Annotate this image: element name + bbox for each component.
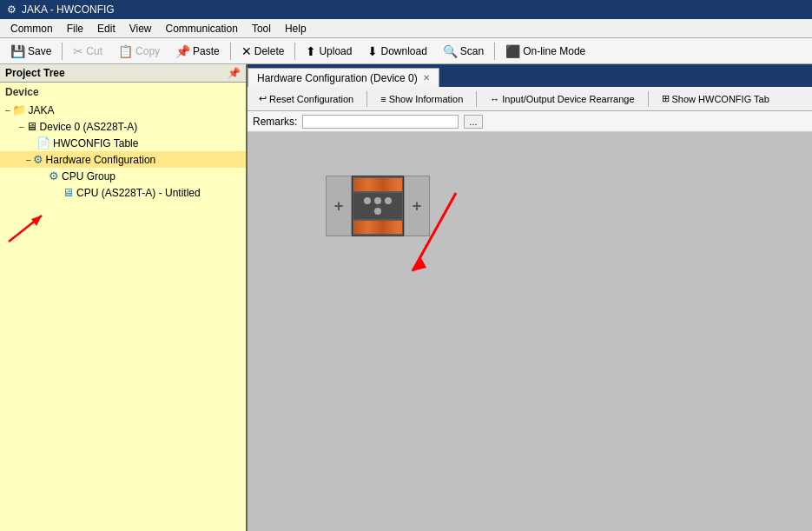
save-icon: 💾 (10, 44, 25, 58)
hw-config-tab[interactable]: Hardware Configuration (Device 0) ✕ (248, 68, 439, 87)
main-area: Project Tree 📌 Device – 📁 JAKA – 🖥 Devic… (0, 64, 812, 531)
tree-content: – 📁 JAKA – 🖥 Device 0 (AS228T-A) 📄 HWCON… (0, 102, 246, 531)
menu-file[interactable]: File (60, 21, 90, 37)
show-hwconfig-button[interactable]: ⊞ Show HWCONFIG Tab (656, 90, 776, 107)
right-slot-plus-icon: + (413, 197, 422, 216)
jaka-label: JAKA (29, 104, 55, 116)
show-info-label: Show Information (389, 94, 464, 104)
cpu-indicator-3 (385, 197, 392, 204)
expand-device0-icon: – (19, 122, 24, 131)
delete-button[interactable]: ✕ Delete (234, 41, 292, 62)
cpu-body (353, 193, 402, 219)
svg-marker-1 (31, 216, 42, 226)
toolbar-separator-3 (294, 43, 295, 60)
cut-button[interactable]: ✂ Cut (66, 41, 109, 62)
show-info-icon: ≡ (380, 94, 386, 104)
tab-label: Hardware Configuration (Device 0) (257, 72, 418, 84)
title-bar: ⚙ JAKA - HWCONFIG (0, 0, 812, 19)
cut-icon: ✂ (73, 44, 83, 58)
tree-node-hw-config[interactable]: – ⚙ Hardware Configuration (0, 151, 246, 168)
hw-config-label: Hardware Configuration (46, 154, 156, 166)
menu-edit[interactable]: Edit (90, 21, 122, 37)
expand-hw-config-icon: – (26, 155, 31, 164)
tree-title: Project Tree (5, 67, 65, 79)
left-empty-slot[interactable]: + (326, 176, 352, 236)
remarks-label: Remarks: (253, 116, 297, 128)
io-rearrange-button[interactable]: ↔ Input/Output Device Rearrange (484, 91, 640, 107)
hw-config-icon: ⚙ (33, 153, 43, 166)
content-separator-3 (648, 91, 649, 107)
main-toolbar: 💾 Save ✂ Cut 📋 Copy 📌 Paste ✕ Delete ⬆ U… (0, 38, 812, 64)
scan-icon: 🔍 (443, 44, 458, 58)
svg-marker-3 (413, 258, 426, 271)
menu-tool[interactable]: Tool (245, 21, 278, 37)
pin-icon[interactable]: 📌 (228, 67, 241, 79)
right-empty-slot[interactable]: + (404, 176, 430, 236)
online-mode-button[interactable]: ⬛ On-line Mode (498, 41, 592, 62)
content-toolbar: ↩ Reset Configuration ≡ Show Information… (248, 87, 812, 111)
annotation-arrow-1 (0, 207, 52, 250)
hwconfig-table-icon: 📄 (36, 136, 50, 149)
tree-node-cpu[interactable]: 🖥 CPU (AS228T-A) - Untitled (0, 184, 246, 201)
menu-common[interactable]: Common (3, 21, 60, 37)
tree-node-device0[interactable]: – 🖥 Device 0 (AS228T-A) (0, 118, 246, 135)
menu-view[interactable]: View (122, 21, 159, 37)
download-icon: ⬇ (367, 44, 378, 58)
cpu-group-label: CPU Group (62, 170, 116, 183)
paste-button[interactable]: 📌 Paste (168, 41, 227, 62)
tree-node-jaka[interactable]: – 📁 JAKA (0, 102, 246, 118)
io-rearrange-label: Input/Output Device Rearrange (502, 94, 634, 104)
cpu-indicator-2 (374, 197, 381, 204)
cpu-connector-strip (353, 178, 402, 191)
device0-label: Device 0 (AS228T-A) (40, 121, 138, 133)
jaka-folder-icon: 📁 (12, 103, 26, 116)
content-separator-2 (476, 91, 477, 107)
toolbar-separator-1 (62, 43, 63, 60)
cpu-indicator-4 (374, 208, 381, 215)
copy-button[interactable]: 📋 Copy (111, 41, 167, 62)
project-tree: Project Tree 📌 Device – 📁 JAKA – 🖥 Devic… (0, 64, 248, 531)
tree-node-cpu-group[interactable]: ⚙ CPU Group (0, 168, 246, 184)
app-icon: ⚙ (7, 3, 17, 16)
menu-bar: Common File Edit View Communication Tool… (0, 19, 812, 38)
reset-config-label: Reset Configuration (269, 94, 353, 104)
tree-header: Project Tree 📌 (0, 64, 246, 83)
expand-jaka-icon: – (5, 105, 10, 115)
canvas-area: + + (248, 132, 812, 531)
scan-button[interactable]: 🔍 Scan (436, 41, 491, 62)
menu-help[interactable]: Help (278, 21, 314, 37)
tab-bar: Hardware Configuration (Device 0) ✕ (248, 64, 812, 87)
online-mode-icon: ⬛ (505, 44, 520, 58)
content-separator-1 (366, 91, 367, 107)
content-area: Hardware Configuration (Device 0) ✕ ↩ Re… (248, 64, 812, 531)
delete-icon: ✕ (241, 44, 252, 58)
menu-communication[interactable]: Communication (159, 21, 245, 37)
cpu-group-icon: ⚙ (49, 169, 59, 183)
save-button[interactable]: 💾 Save (3, 41, 58, 62)
tree-device-label: Device (0, 83, 246, 102)
reset-config-button[interactable]: ↩ Reset Configuration (253, 90, 360, 107)
upload-button[interactable]: ⬆ Upload (299, 41, 359, 62)
upload-icon: ⬆ (306, 44, 316, 58)
cpu-module[interactable] (352, 176, 404, 236)
tree-node-hwconfig-table[interactable]: 📄 HWCONFIG Table (0, 135, 246, 151)
copy-icon: 📋 (118, 44, 133, 58)
reset-config-icon: ↩ (259, 93, 267, 104)
cpu-icon: 🖥 (63, 186, 74, 199)
tab-close-button[interactable]: ✕ (423, 73, 430, 83)
device0-icon: 🖥 (26, 120, 37, 133)
toolbar-separator-4 (494, 43, 495, 60)
show-hwconfig-icon: ⊞ (662, 93, 670, 104)
download-button[interactable]: ⬇ Download (360, 41, 433, 62)
show-hwconfig-label: Show HWCONFIG Tab (672, 94, 769, 104)
cpu-indicator-1 (364, 197, 371, 204)
toolbar-separator-2 (230, 43, 231, 60)
show-info-button[interactable]: ≡ Show Information (374, 91, 469, 107)
remarks-input[interactable] (302, 115, 459, 129)
remarks-button[interactable]: ... (464, 115, 482, 129)
cpu-connector-strip-2 (353, 221, 402, 234)
io-rearrange-icon: ↔ (490, 94, 499, 104)
hw-device-container: + + (326, 176, 430, 236)
paste-icon: 📌 (175, 44, 190, 58)
left-slot-plus-icon: + (334, 197, 344, 216)
